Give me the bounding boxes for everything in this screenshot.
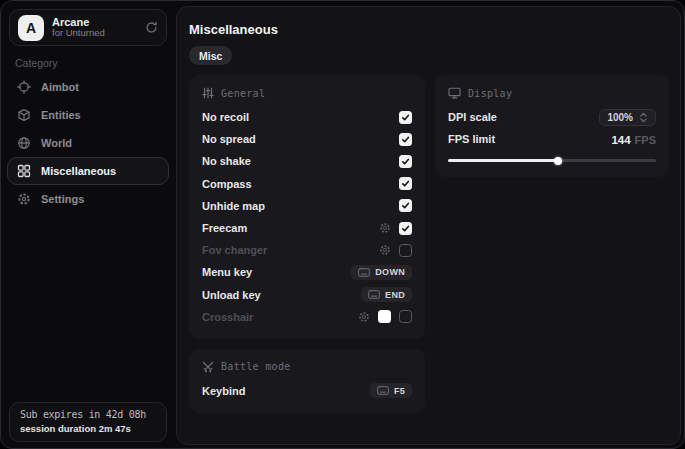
row-label: No spread (202, 133, 256, 145)
sidebar-nav: Aimbot Entities World (1, 73, 175, 213)
freecam-gear-icon[interactable] (379, 222, 391, 234)
row-battle-keybind: Keybind F5 (202, 380, 412, 402)
battle-keybind-binding[interactable]: F5 (370, 383, 412, 398)
app-header-card: A Arcane for Unturned (9, 9, 167, 46)
row-crosshair: Crosshair (202, 306, 412, 328)
check-icon (401, 224, 410, 233)
sidebar-item-label: Aimbot (41, 81, 79, 93)
sidebar: A Arcane for Unturned Category A (1, 1, 175, 448)
no-shake-checkbox[interactable] (399, 155, 412, 168)
unload-key-binding[interactable]: END (361, 287, 412, 302)
crosshair-checkbox[interactable] (399, 310, 412, 323)
row-dpi-scale: DPI scale 100% (448, 106, 656, 128)
check-icon (401, 157, 410, 166)
no-recoil-checkbox[interactable] (399, 111, 412, 124)
avatar: A (18, 15, 44, 41)
fov-changer-checkbox[interactable] (399, 244, 412, 257)
general-card: General No recoil No spread (189, 75, 425, 339)
menu-key-binding[interactable]: DOWN (351, 265, 412, 280)
dpi-scale-select[interactable]: 100% (599, 109, 656, 126)
crosshair-gear-icon[interactable] (358, 311, 370, 323)
row-unhide-map: Unhide map (202, 195, 412, 217)
row-label: No recoil (202, 111, 249, 123)
keyboard-icon (377, 386, 389, 395)
sidebar-item-entities[interactable]: Entities (7, 101, 169, 129)
row-controls: DOWN (351, 265, 412, 280)
left-column: General No recoil No spread (189, 75, 425, 413)
row-no-spread: No spread (202, 128, 412, 150)
row-controls (399, 177, 412, 190)
swords-icon (202, 361, 214, 373)
row-freecam: Freecam (202, 217, 412, 239)
row-label: Keybind (202, 385, 245, 397)
chevrons-up-down-icon (639, 112, 648, 123)
sidebar-item-label: World (41, 137, 72, 149)
row-label: DPI scale (448, 111, 497, 123)
row-controls (399, 155, 412, 168)
row-controls (379, 244, 412, 257)
crosshair-color-swatch[interactable] (378, 310, 391, 323)
tab-misc[interactable]: Misc (189, 46, 232, 65)
general-card-header: General (202, 85, 412, 101)
content-columns: General No recoil No spread (189, 75, 669, 413)
row-no-shake: No shake (202, 150, 412, 172)
keybind-value: END (385, 290, 405, 300)
sliders-icon (202, 87, 214, 99)
row-no-recoil: No recoil (202, 106, 412, 128)
fps-limit-value: 144FPS (611, 130, 656, 148)
row-controls (399, 199, 412, 212)
freecam-checkbox[interactable] (399, 222, 412, 235)
fps-value-number: 144 (611, 134, 630, 146)
no-spread-checkbox[interactable] (399, 133, 412, 146)
fps-value-unit: FPS (635, 134, 656, 146)
keybind-value: DOWN (375, 267, 405, 277)
row-controls: F5 (370, 383, 412, 398)
sidebar-item-settings[interactable]: Settings (7, 185, 169, 213)
dpi-scale-value: 100% (607, 112, 633, 123)
row-label: Unhide map (202, 200, 265, 212)
row-menu-key: Menu key DOWN (202, 261, 412, 283)
row-fps-limit: FPS limit 144FPS (448, 128, 656, 150)
fov-gear-icon[interactable] (379, 244, 391, 256)
crosshair-icon (17, 80, 31, 94)
row-controls (379, 222, 412, 235)
row-controls (358, 310, 412, 323)
row-label: Compass (202, 178, 252, 190)
row-fov-changer: Fov changer (202, 239, 412, 261)
fps-limit-slider[interactable] (448, 154, 656, 166)
gear-icon (17, 192, 31, 206)
general-card-title: General (221, 88, 265, 99)
session-duration-text: session duration 2m 47s (20, 423, 156, 434)
sidebar-item-label: Entities (41, 109, 81, 121)
sidebar-item-label: Miscellaneous (41, 165, 116, 177)
compass-checkbox[interactable] (399, 177, 412, 190)
sidebar-item-world[interactable]: World (7, 129, 169, 157)
app-window: A Arcane for Unturned Category A (0, 0, 685, 449)
display-card-title: Display (468, 88, 512, 99)
subscription-status-card: Sub expires in 42d 08h session duration … (9, 402, 167, 442)
check-icon (401, 135, 410, 144)
battle-card-header: Battle mode (202, 359, 412, 375)
row-label: Crosshair (202, 311, 253, 323)
category-label: Category (15, 57, 58, 69)
sidebar-item-miscellaneous[interactable]: Miscellaneous (7, 157, 169, 185)
page-title: Miscellaneous (189, 22, 278, 37)
row-unload-key: Unload key END (202, 284, 412, 306)
keybind-value: F5 (394, 386, 405, 396)
sidebar-item-label: Settings (41, 193, 84, 205)
right-column: Display DPI scale 100% (435, 75, 669, 177)
row-controls (399, 111, 412, 124)
keyboard-icon (358, 268, 370, 277)
battle-mode-card: Battle mode Keybind F5 (189, 349, 425, 413)
display-card: Display DPI scale 100% (435, 75, 669, 177)
app-subtitle: for Unturned (52, 28, 137, 39)
unhide-map-checkbox[interactable] (399, 199, 412, 212)
globe-icon (17, 136, 31, 150)
row-controls (399, 133, 412, 146)
battle-card-title: Battle mode (221, 361, 291, 372)
sidebar-item-aimbot[interactable]: Aimbot (7, 73, 169, 101)
row-label: Fov changer (202, 244, 267, 256)
refresh-icon[interactable] (145, 21, 158, 34)
slider-thumb[interactable] (554, 157, 562, 165)
row-label: Menu key (202, 266, 252, 278)
